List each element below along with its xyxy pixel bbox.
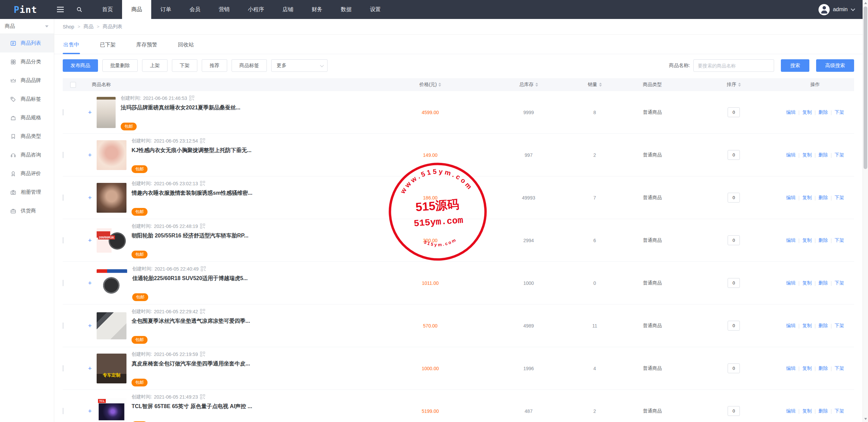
scroll-up-arrow-icon[interactable] (864, 2, 867, 4)
qrcode-icon[interactable] (200, 352, 205, 357)
nav-item-9[interactable]: 设置 (361, 0, 390, 19)
product-image[interactable] (97, 140, 126, 170)
sidebar-section-toggle[interactable]: 商品 (0, 19, 54, 34)
product-image[interactable] (97, 183, 126, 213)
sort-input[interactable] (728, 107, 740, 117)
nav-item-0[interactable]: 首页 (93, 0, 122, 19)
delete-link[interactable]: 删除 (818, 237, 828, 244)
sidebar-item-2[interactable]: 商品品牌 (0, 71, 54, 90)
edit-link[interactable]: 编辑 (786, 365, 796, 372)
scrollbar-thumb[interactable] (864, 6, 867, 169)
sidebar-item-7[interactable]: 商品评价 (0, 164, 54, 183)
delete-link[interactable]: 删除 (818, 323, 828, 329)
edit-link[interactable]: 编辑 (786, 323, 796, 329)
delete-link[interactable]: 删除 (818, 365, 828, 372)
row-checkbox[interactable] (63, 408, 63, 414)
app-logo[interactable]: Pint (0, 0, 51, 19)
qrcode-icon[interactable] (200, 309, 205, 314)
row-checkbox[interactable] (63, 365, 63, 372)
qrcode-icon[interactable] (200, 181, 205, 186)
delete-link[interactable]: 删除 (818, 280, 828, 286)
offshelf-link[interactable]: 下架 (834, 280, 844, 286)
tab-2[interactable]: 库存预警 (136, 35, 158, 54)
sort-carets-icon[interactable] (599, 83, 602, 87)
column-header-1[interactable]: 价格(元) (379, 82, 481, 88)
toolbar-button-1[interactable]: 上架 (142, 59, 167, 72)
product-title[interactable]: 情趣内衣睡衣服激情套装制服诱惑sm性感骚维密... (132, 190, 252, 197)
product-name-search-input[interactable] (693, 59, 774, 72)
offshelf-link[interactable]: 下架 (834, 237, 844, 244)
row-checkbox[interactable] (63, 194, 63, 201)
sort-input[interactable] (728, 150, 740, 160)
qrcode-icon[interactable] (200, 224, 205, 229)
delete-link[interactable]: 删除 (818, 152, 828, 158)
delete-link[interactable]: 删除 (818, 408, 828, 414)
sidebar-item-8[interactable]: 相册管理 (0, 183, 54, 202)
qrcode-icon[interactable] (200, 394, 205, 399)
sort-carets-icon[interactable] (438, 83, 441, 87)
column-header-3[interactable]: 销量 (576, 82, 613, 88)
hamburger-menu-icon[interactable] (51, 0, 70, 19)
toolbar-button-4[interactable]: 商品标签 (232, 59, 267, 72)
expand-row-button[interactable]: + (83, 408, 97, 414)
edit-link[interactable]: 编辑 (786, 152, 796, 158)
sidebar-item-5[interactable]: 商品类型 (0, 127, 54, 146)
copy-link[interactable]: 复制 (802, 280, 812, 286)
sort-input[interactable] (728, 278, 740, 288)
edit-link[interactable]: 编辑 (786, 195, 796, 201)
edit-link[interactable]: 编辑 (786, 280, 796, 286)
product-image[interactable]: 专车定制 (97, 354, 126, 383)
delete-link[interactable]: 删除 (818, 195, 828, 201)
product-image[interactable]: 205/55R16 (97, 228, 126, 253)
sort-input[interactable] (728, 235, 740, 245)
offshelf-link[interactable]: 下架 (834, 152, 844, 158)
row-checkbox[interactable] (63, 280, 63, 286)
nav-item-3[interactable]: 会员 (180, 0, 210, 19)
nav-item-6[interactable]: 店铺 (273, 0, 302, 19)
row-checkbox[interactable] (63, 152, 63, 158)
nav-item-2[interactable]: 订单 (151, 0, 180, 19)
offshelf-link[interactable]: 下架 (834, 408, 844, 414)
copy-link[interactable]: 复制 (802, 109, 812, 115)
expand-row-button[interactable]: + (83, 237, 97, 244)
nav-item-7[interactable]: 财务 (302, 0, 332, 19)
column-header-5[interactable]: 排序 (691, 82, 776, 88)
sidebar-item-1[interactable]: 商品分类 (0, 52, 54, 71)
qrcode-icon[interactable] (189, 96, 194, 101)
page-scrollbar[interactable] (863, 0, 868, 422)
product-image[interactable] (97, 312, 126, 339)
nav-search-icon[interactable] (70, 0, 89, 19)
product-image[interactable]: TCL (97, 398, 126, 422)
copy-link[interactable]: 复制 (802, 152, 812, 158)
copy-link[interactable]: 复制 (802, 323, 812, 329)
sort-carets-icon[interactable] (535, 83, 538, 87)
product-title[interactable]: 朝阳轮胎 205/55R16 经济舒适型汽车轿车胎RP... (132, 232, 249, 239)
nav-item-1[interactable]: 商品 (122, 0, 151, 19)
tab-0[interactable]: 出售中 (63, 35, 80, 54)
scroll-down-arrow-icon[interactable] (864, 418, 867, 420)
offshelf-link[interactable]: 下架 (834, 323, 844, 329)
select-all-checkbox[interactable] (70, 82, 76, 88)
expand-row-button[interactable]: + (83, 194, 97, 201)
row-checkbox[interactable] (63, 237, 63, 244)
tab-1[interactable]: 已下架 (99, 35, 117, 54)
copy-link[interactable]: 复制 (802, 365, 812, 372)
more-actions-select[interactable]: 更多 (271, 59, 328, 72)
copy-link[interactable]: 复制 (802, 408, 812, 414)
product-image[interactable] (97, 269, 127, 297)
product-title[interactable]: 全包围夏季冰丝汽车坐垫透气凉席凉垫可爱四季... (132, 318, 250, 325)
sidebar-item-9[interactable]: 供货商 (0, 202, 54, 220)
sort-input[interactable] (728, 406, 740, 416)
tab-3[interactable]: 回收站 (177, 35, 195, 54)
product-image[interactable] (97, 97, 116, 128)
offshelf-link[interactable]: 下架 (834, 365, 844, 372)
sort-input[interactable] (728, 193, 740, 203)
qrcode-icon[interactable] (201, 266, 206, 271)
breadcrumb-item-0[interactable]: Shop (63, 24, 74, 29)
product-title[interactable]: 真皮座椅套全包订做汽车坐垫四季通用坐套牛皮... (132, 360, 250, 367)
product-title[interactable]: 法玛莎品牌重磅真丝睡衣女2021夏季新品桑蚕丝... (121, 104, 240, 111)
sidebar-item-6[interactable]: 商品咨询 (0, 146, 54, 164)
sort-input[interactable] (728, 321, 740, 331)
breadcrumb-item-1[interactable]: 商品 (83, 23, 93, 30)
expand-row-button[interactable]: + (83, 365, 97, 372)
